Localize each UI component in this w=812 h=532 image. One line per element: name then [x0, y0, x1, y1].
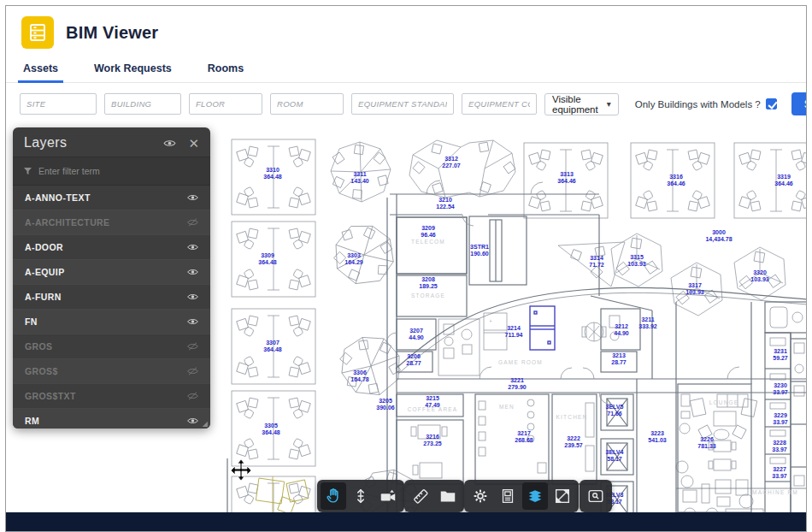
layer-row-gros[interactable]: GROS: [13, 334, 210, 359]
view-tool-group: [464, 480, 579, 512]
eye-icon[interactable]: [187, 193, 198, 202]
layer-row-gros-txt[interactable]: GROS$TXT: [13, 384, 210, 409]
eye-icon[interactable]: [187, 243, 198, 251]
hand-icon: [327, 489, 338, 502]
camera-tool-button[interactable]: [375, 482, 401, 510]
main-tabs: Assets Work Requests Rooms: [6, 50, 806, 83]
room-label-3207: 320744.90: [409, 328, 424, 340]
room-label-3208: 3208189.25: [419, 276, 438, 289]
markup-tool-group: [404, 480, 464, 512]
room-label-3216: 3216273.25: [423, 434, 442, 446]
room-label-3206: 320628.77: [406, 353, 421, 366]
models-checkbox[interactable]: [766, 98, 777, 109]
properties-tool-button[interactable]: [495, 482, 521, 510]
preview-tool-button[interactable]: [583, 482, 609, 510]
layers-filter-row: [13, 157, 210, 186]
room-label-3319: 3319364.46: [774, 174, 793, 186]
bim-viewer-window: BIM Viewer Assets Work Requests Rooms Vi…: [5, 5, 807, 532]
eye-icon[interactable]: [187, 417, 198, 425]
vertical-arrows-icon: [351, 487, 370, 505]
highlighted-furniture: [256, 476, 309, 512]
pan-tool-button[interactable]: [321, 482, 346, 510]
eye-icon[interactable]: [187, 317, 198, 326]
layer-name: GROS$TXT: [25, 391, 76, 401]
layers-list: A-ANNO-TEXTA-ARCHITECTUREA-DOORA-EQUIPA-…: [13, 186, 210, 429]
room-input[interactable]: [270, 93, 344, 115]
layer-row-a-equip[interactable]: A-EQUIP: [13, 260, 210, 285]
eye-off-icon[interactable]: [187, 218, 198, 227]
floorplan-canvas[interactable]: ⊦: [6, 121, 806, 512]
room-label-3217: 3217268.68: [515, 430, 533, 443]
layer-name: RM: [25, 416, 39, 426]
markup-tool-button[interactable]: [435, 482, 461, 510]
room-label-3306: 3306164.78: [350, 369, 369, 382]
nav-tool-group: [317, 480, 404, 512]
settings-tool-button[interactable]: [468, 482, 493, 510]
svg-text:⊦: ⊦: [490, 318, 492, 323]
chevron-down-icon: ▾: [607, 99, 611, 109]
eye-icon[interactable]: [187, 268, 198, 276]
equipment-code-input[interactable]: [462, 93, 537, 115]
room-label-3307: 3307364.48: [263, 340, 282, 352]
models-checkbox-wrap: Only Buildings with Models ?: [635, 98, 777, 109]
models-checkbox-label: Only Buildings with Models ?: [635, 99, 761, 109]
room-label-3ELV4: 3ELV458.17: [606, 449, 624, 462]
toggle-all-eye-icon[interactable]: [163, 139, 176, 148]
measure-tool-button[interactable]: [408, 482, 433, 510]
room-label-3209: 320996.46: [421, 225, 436, 238]
layer-row-a-architecture[interactable]: A-ARCHITECTURE: [13, 210, 210, 235]
layer-name: A-EQUIP: [25, 267, 65, 277]
eye-icon[interactable]: [187, 293, 198, 301]
room-label-3316: 3316364.46: [667, 174, 685, 186]
building-input[interactable]: [104, 93, 181, 115]
layer-row-a-anno-text[interactable]: A-ANNO-TEXT: [13, 186, 210, 210]
room-label-3205: 3205390.06: [376, 398, 395, 411]
layer-name: A-ANNO-TEXT: [25, 192, 91, 203]
move-cursor-icon: [230, 459, 252, 482]
fullscreen-tool-button[interactable]: [550, 482, 575, 510]
layer-row-a-furn[interactable]: A-FURN: [13, 285, 210, 310]
elevation-tool-button[interactable]: [348, 482, 374, 510]
room-label-3310: 3310364.48: [263, 167, 282, 180]
floorplan-drawing: ⊦: [219, 129, 806, 512]
tab-work-requests[interactable]: Work Requests: [92, 59, 174, 82]
camera-icon: [379, 487, 397, 505]
visible-equipment-select[interactable]: Visible equipment ▾: [544, 93, 619, 115]
ruler-icon: [411, 487, 430, 505]
room-name-label: MACHINE RM: [752, 489, 798, 495]
tab-rooms[interactable]: Rooms: [206, 59, 245, 82]
layer-name: GROS: [25, 341, 53, 352]
resize-handle[interactable]: ◢: [203, 420, 208, 428]
app-logo-icon: [21, 16, 54, 49]
layers-filter-input[interactable]: [38, 166, 167, 176]
room-label-3314: 331471.72: [589, 255, 604, 268]
close-icon[interactable]: ✕: [188, 137, 199, 150]
eye-off-icon[interactable]: [187, 392, 198, 400]
page-title: BIM Viewer: [66, 23, 158, 43]
app-header: BIM Viewer: [6, 6, 806, 50]
floor-input[interactable]: [189, 93, 262, 115]
tab-assets[interactable]: Assets: [21, 59, 60, 82]
layer-name: GROS$: [25, 366, 58, 376]
room-name-label: STORAGE: [411, 293, 445, 299]
show-button[interactable]: Show: [791, 92, 807, 115]
layer-row-gros-[interactable]: GROS$: [13, 359, 210, 384]
room-name-label: GAME ROOM: [498, 359, 543, 365]
layer-row-a-door[interactable]: A-DOOR: [13, 235, 210, 260]
room-label-3STR1: 3STR1190.60: [470, 244, 489, 257]
layer-name: A-DOOR: [25, 242, 63, 252]
visible-equipment-value: Visible equipment: [552, 94, 598, 115]
room-name-label: LOUNGE: [709, 399, 739, 405]
layer-row-fn[interactable]: FN: [13, 310, 210, 334]
layers-tool-button[interactable]: [522, 482, 548, 510]
selected-equipment[interactable]: [530, 306, 555, 350]
room-label-3222: 3222239.57: [564, 435, 583, 448]
room-label-3317: 3317103.93: [685, 282, 704, 295]
layer-row-rm[interactable]: RM: [13, 409, 210, 429]
room-label-3311: 3311143.40: [350, 171, 369, 184]
eye-off-icon[interactable]: [187, 367, 198, 375]
eye-off-icon[interactable]: [187, 342, 198, 351]
room-label-3212: 321244.90: [614, 323, 629, 336]
equipment-standard-input[interactable]: [351, 93, 454, 115]
site-input[interactable]: [20, 93, 97, 115]
